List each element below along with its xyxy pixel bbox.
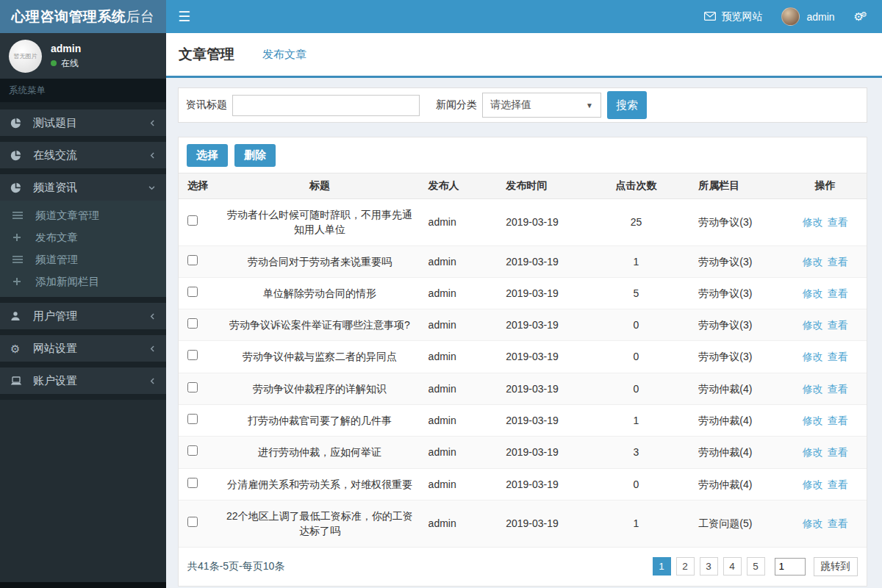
edit-link[interactable]: 修改	[803, 216, 823, 228]
settings-gears-icon[interactable]: ⚙⚙	[854, 11, 867, 22]
top-bar: 心理咨询管理系统后台 ☰ 预览网站 admin ⚙⚙	[0, 0, 882, 33]
sidebar-avatar: 暂无图片	[9, 40, 42, 73]
row-checkbox[interactable]	[187, 382, 198, 392]
row-date-cell: 2019-03-19	[488, 199, 591, 246]
news-category-selected-value: 请选择值	[490, 98, 531, 112]
page-number-list: 12345	[653, 557, 765, 576]
table-row: 劳动争议仲裁程序的详解知识admin2019-03-190劳动仲裁(4)修改查看	[179, 373, 867, 404]
row-select-cell	[179, 277, 220, 309]
sidebar-item[interactable]: 测试题目	[0, 110, 166, 136]
row-select-cell	[179, 405, 220, 437]
row-publisher-cell: admin	[420, 245, 489, 277]
view-link[interactable]: 查看	[828, 517, 848, 529]
row-title-cell: 打劳动仲裁官司要了解的几件事	[220, 405, 419, 437]
edit-link[interactable]: 修改	[803, 446, 823, 458]
header-clicks: 点击次数	[592, 173, 681, 199]
edit-link[interactable]: 修改	[803, 287, 823, 299]
view-link[interactable]: 查看	[828, 351, 848, 362]
row-checkbox[interactable]	[187, 478, 198, 488]
news-category-select[interactable]: 请选择值 ▼	[482, 93, 601, 118]
online-status-dot	[51, 60, 57, 66]
sidebar-toggle-icon[interactable]: ☰	[166, 0, 202, 33]
view-link[interactable]: 查看	[828, 478, 848, 490]
app-title: 心理咨询管理系统	[12, 7, 126, 26]
header-nav: ☰ 预览网站 admin ⚙⚙	[166, 0, 882, 33]
row-actions-cell: 修改查看	[784, 245, 867, 277]
page-button[interactable]: 2	[676, 557, 695, 576]
chevron-left-icon	[149, 345, 156, 353]
list-icon	[12, 211, 27, 220]
app-window: 心理咨询管理系统后台 ☰ 预览网站 admin ⚙⚙	[0, 0, 882, 588]
row-clicks-cell: 0	[592, 468, 681, 500]
edit-link[interactable]: 修改	[803, 256, 823, 268]
edit-link[interactable]: 修改	[803, 478, 823, 490]
chevron-left-icon	[149, 377, 156, 385]
select-all-button[interactable]: 选择	[187, 144, 228, 167]
row-select-cell	[179, 500, 220, 547]
jump-page-input[interactable]	[775, 558, 806, 576]
sidebar-item-label: 在线交流	[33, 148, 77, 162]
chevron-left-icon	[149, 312, 156, 320]
edit-link[interactable]: 修改	[803, 415, 823, 426]
sidebar-user-status: 在线	[51, 57, 81, 70]
view-link[interactable]: 查看	[828, 256, 848, 268]
page-button[interactable]: 3	[700, 557, 718, 576]
list-icon	[12, 255, 27, 264]
row-date-cell: 2019-03-19	[488, 437, 591, 468]
sidebar-item[interactable]: 用户管理	[0, 303, 166, 329]
sidebar-subitem[interactable]: 频道文章管理	[0, 204, 166, 226]
row-checkbox[interactable]	[187, 350, 198, 360]
preview-site-link[interactable]: 预览网站	[704, 10, 762, 24]
sidebar-item[interactable]: 账户设置	[0, 368, 166, 394]
page-button[interactable]: 1	[653, 557, 671, 576]
app-logo[interactable]: 心理咨询管理系统后台	[0, 0, 166, 33]
page-button[interactable]: 5	[747, 557, 765, 576]
news-title-input[interactable]	[232, 95, 420, 116]
table-row: 劳动争议诉讼案件举证有哪些注意事项?admin2019-03-190劳动争议(3…	[179, 309, 867, 341]
sidebar-subitem-label: 添加新闻栏目	[35, 275, 99, 289]
sidebar-item[interactable]: 在线交流	[0, 142, 166, 168]
sidebar-subitem[interactable]: 频道管理	[0, 248, 166, 270]
delete-button[interactable]: 删除	[234, 144, 276, 167]
row-title-cell: 单位解除劳动合同的情形	[220, 277, 419, 309]
row-checkbox[interactable]	[187, 287, 198, 297]
edit-link[interactable]: 修改	[803, 351, 823, 362]
tab-publish-article[interactable]: 发布文章	[262, 48, 306, 62]
tab-article-management[interactable]: 文章管理	[179, 45, 234, 64]
row-actions-cell: 修改查看	[784, 468, 867, 500]
header-user-menu[interactable]: admin	[781, 7, 834, 26]
row-date-cell: 2019-03-19	[488, 277, 591, 309]
row-actions-cell: 修改查看	[784, 309, 867, 341]
row-category-cell: 劳动争议(3)	[681, 341, 784, 373]
search-button[interactable]: 搜索	[607, 91, 647, 119]
row-checkbox[interactable]	[187, 414, 198, 424]
sidebar-subitem[interactable]: 添加新闻栏目	[0, 270, 166, 293]
row-category-cell: 劳动争议(3)	[681, 199, 784, 246]
row-checkbox[interactable]	[187, 318, 198, 329]
row-select-cell	[179, 199, 220, 246]
header-title: 标题	[220, 173, 419, 199]
view-link[interactable]: 查看	[828, 446, 848, 458]
jump-to-page-button[interactable]: 跳转到	[814, 557, 858, 576]
edit-link[interactable]: 修改	[803, 517, 823, 529]
edit-link[interactable]: 修改	[803, 383, 823, 395]
sidebar-item[interactable]: 频道资讯	[0, 174, 166, 201]
row-actions-cell: 修改查看	[784, 373, 867, 404]
row-checkbox[interactable]	[187, 215, 198, 226]
page-button[interactable]: 4	[723, 557, 742, 576]
view-link[interactable]: 查看	[828, 287, 848, 299]
view-link[interactable]: 查看	[828, 319, 848, 331]
sidebar-subitem[interactable]: 发布文章	[0, 226, 166, 248]
pie-chart-icon	[10, 182, 25, 193]
view-link[interactable]: 查看	[828, 383, 848, 395]
row-checkbox[interactable]	[187, 517, 198, 527]
sidebar-item[interactable]: ⚙网站设置	[0, 335, 166, 362]
edit-link[interactable]: 修改	[803, 319, 823, 331]
table-row: 进行劳动仲裁，应如何举证admin2019-03-193劳动仲裁(4)修改查看	[179, 437, 867, 468]
row-checkbox[interactable]	[187, 445, 198, 456]
view-link[interactable]: 查看	[828, 415, 848, 426]
row-date-cell: 2019-03-19	[488, 500, 591, 547]
row-title-cell: 劳动争议仲裁与监察二者的异同点	[220, 341, 419, 373]
view-link[interactable]: 查看	[828, 216, 848, 228]
row-checkbox[interactable]	[187, 255, 198, 265]
